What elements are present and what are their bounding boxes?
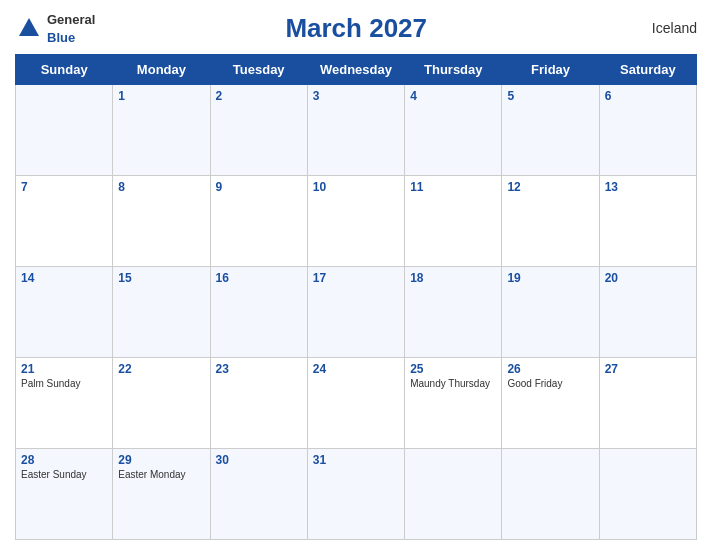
svg-rect-2	[25, 28, 33, 36]
day-number: 4	[410, 89, 496, 103]
country-label: Iceland	[617, 20, 697, 36]
day-number: 5	[507, 89, 593, 103]
day-number: 15	[118, 271, 204, 285]
logo: General Blue	[15, 10, 95, 46]
cell-week2-day0: 7	[16, 176, 113, 267]
header-sunday: Sunday	[16, 55, 113, 85]
cell-week2-day5: 12	[502, 176, 599, 267]
day-number: 22	[118, 362, 204, 376]
week-row-4: 21Palm Sunday22232425Maundy Thursday26Go…	[16, 358, 697, 449]
day-number: 20	[605, 271, 691, 285]
cell-week2-day4: 11	[405, 176, 502, 267]
calendar-table: Sunday Monday Tuesday Wednesday Thursday…	[15, 54, 697, 540]
header-saturday: Saturday	[599, 55, 696, 85]
header-friday: Friday	[502, 55, 599, 85]
cell-week3-day2: 16	[210, 267, 307, 358]
cell-week4-day4: 25Maundy Thursday	[405, 358, 502, 449]
day-number: 12	[507, 180, 593, 194]
day-number: 1	[118, 89, 204, 103]
day-number: 29	[118, 453, 204, 467]
cell-week3-day6: 20	[599, 267, 696, 358]
header-monday: Monday	[113, 55, 210, 85]
day-number: 11	[410, 180, 496, 194]
cell-week2-day6: 13	[599, 176, 696, 267]
cell-week5-day5	[502, 449, 599, 540]
cell-week2-day1: 8	[113, 176, 210, 267]
day-number: 24	[313, 362, 399, 376]
day-number: 6	[605, 89, 691, 103]
logo-general-text: General	[47, 12, 95, 27]
day-number: 26	[507, 362, 593, 376]
cell-week4-day2: 23	[210, 358, 307, 449]
cell-week4-day5: 26Good Friday	[502, 358, 599, 449]
day-number: 25	[410, 362, 496, 376]
day-number: 3	[313, 89, 399, 103]
holiday-label: Palm Sunday	[21, 378, 107, 389]
calendar-title: March 2027	[95, 13, 617, 44]
cell-week3-day5: 19	[502, 267, 599, 358]
cell-week5-day4	[405, 449, 502, 540]
day-number: 30	[216, 453, 302, 467]
week-row-2: 78910111213	[16, 176, 697, 267]
logo-blue-text: Blue	[47, 30, 75, 45]
cell-week2-day3: 10	[307, 176, 404, 267]
cell-week1-day6: 6	[599, 85, 696, 176]
cell-week3-day4: 18	[405, 267, 502, 358]
day-number: 13	[605, 180, 691, 194]
cell-week4-day3: 24	[307, 358, 404, 449]
cell-week4-day0: 21Palm Sunday	[16, 358, 113, 449]
cell-week3-day1: 15	[113, 267, 210, 358]
cell-week4-day6: 27	[599, 358, 696, 449]
cell-week5-day1: 29Easter Monday	[113, 449, 210, 540]
cell-week4-day1: 22	[113, 358, 210, 449]
day-number: 2	[216, 89, 302, 103]
day-number: 14	[21, 271, 107, 285]
day-number: 17	[313, 271, 399, 285]
header-tuesday: Tuesday	[210, 55, 307, 85]
header-thursday: Thursday	[405, 55, 502, 85]
day-number: 27	[605, 362, 691, 376]
cell-week3-day0: 14	[16, 267, 113, 358]
cell-week1-day3: 3	[307, 85, 404, 176]
day-number: 18	[410, 271, 496, 285]
cell-week2-day2: 9	[210, 176, 307, 267]
header-wednesday: Wednesday	[307, 55, 404, 85]
day-number: 10	[313, 180, 399, 194]
week-row-3: 14151617181920	[16, 267, 697, 358]
cell-week1-day5: 5	[502, 85, 599, 176]
day-number: 16	[216, 271, 302, 285]
day-number: 19	[507, 271, 593, 285]
day-number: 21	[21, 362, 107, 376]
cell-week1-day1: 1	[113, 85, 210, 176]
holiday-label: Easter Monday	[118, 469, 204, 480]
day-number: 31	[313, 453, 399, 467]
weekday-header-row: Sunday Monday Tuesday Wednesday Thursday…	[16, 55, 697, 85]
logo-icon	[15, 14, 43, 42]
day-number: 8	[118, 180, 204, 194]
cell-week5-day0: 28Easter Sunday	[16, 449, 113, 540]
cell-week5-day2: 30	[210, 449, 307, 540]
day-number: 28	[21, 453, 107, 467]
day-number: 7	[21, 180, 107, 194]
day-number: 9	[216, 180, 302, 194]
cell-week5-day3: 31	[307, 449, 404, 540]
cell-week1-day4: 4	[405, 85, 502, 176]
holiday-label: Easter Sunday	[21, 469, 107, 480]
cell-week1-day0	[16, 85, 113, 176]
calendar-header: General Blue March 2027 Iceland	[15, 10, 697, 46]
week-row-1: 123456	[16, 85, 697, 176]
cell-week5-day6	[599, 449, 696, 540]
calendar-body: 123456789101112131415161718192021Palm Su…	[16, 85, 697, 540]
week-row-5: 28Easter Sunday29Easter Monday3031	[16, 449, 697, 540]
holiday-label: Maundy Thursday	[410, 378, 496, 389]
day-number: 23	[216, 362, 302, 376]
holiday-label: Good Friday	[507, 378, 593, 389]
cell-week1-day2: 2	[210, 85, 307, 176]
cell-week3-day3: 17	[307, 267, 404, 358]
